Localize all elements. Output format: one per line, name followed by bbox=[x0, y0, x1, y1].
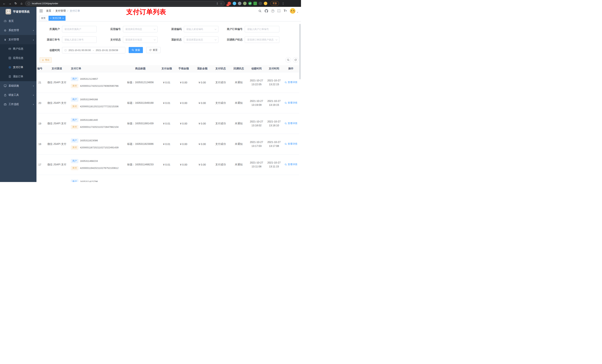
extension-icon[interactable]: 10 bbox=[227, 2, 231, 5]
site-info-icon[interactable]: i bbox=[28, 2, 30, 5]
export-button[interactable]: 导出 bbox=[40, 57, 52, 63]
view-detail-link[interactable]: 查看详情 bbox=[285, 101, 297, 104]
chevron-down-icon[interactable]: ▾ bbox=[297, 11, 298, 13]
created-date: 2021-10-27 bbox=[248, 99, 265, 103]
home-icon[interactable]: ⌂ bbox=[20, 2, 23, 5]
pay-tag: 支付 bbox=[71, 166, 78, 170]
search-button[interactable]: 搜索 bbox=[129, 47, 143, 53]
pay-amount: ¥ 0.01 bbox=[159, 93, 174, 113]
extension-icon[interactable] bbox=[233, 2, 236, 5]
refund-amount: ¥ 0.00 bbox=[193, 113, 211, 134]
bookmark-star-icon[interactable]: ☆ bbox=[220, 2, 222, 5]
address-bar[interactable]: i localhost:1024/pay/order ↥ ☆ bbox=[25, 1, 225, 6]
fullscreen-icon[interactable] bbox=[278, 10, 280, 12]
merchant-order-no: 1635311468233 bbox=[80, 160, 98, 162]
breadcrumb-home[interactable]: 首页 bbox=[46, 9, 51, 13]
channel-pay-no: 4200001174202110278060590766 bbox=[80, 84, 118, 87]
sidebar-item-app-info[interactable]: 应用信息 bbox=[0, 53, 36, 63]
extension-icon[interactable] bbox=[253, 2, 257, 5]
github-icon[interactable] bbox=[265, 9, 268, 13]
create-time-range-picker[interactable]: 2021-10-01 00:00:00 - 2021-10-31 23:59:5… bbox=[62, 47, 125, 53]
pay-status-select[interactable] bbox=[123, 36, 158, 43]
sidebar-item-dev-tools[interactable]: 研发工具 ▾ bbox=[0, 90, 36, 100]
grid-icon bbox=[9, 57, 11, 59]
breadcrumb-separator: / bbox=[67, 10, 68, 12]
pay-amount bbox=[159, 175, 174, 182]
font-size-icon[interactable]: TT bbox=[284, 10, 287, 12]
date-start: 2021-10-01 00:00:00 bbox=[68, 49, 91, 52]
sidebar-item-system[interactable]: ⚙ 系统管理 ▾ bbox=[0, 26, 36, 35]
target-icon bbox=[9, 66, 11, 69]
merchant-select[interactable] bbox=[62, 26, 97, 32]
reset-button[interactable]: 重置 bbox=[146, 47, 161, 53]
merchant-order-no-input[interactable] bbox=[245, 26, 279, 32]
share-icon[interactable]: ↥ bbox=[216, 2, 218, 5]
paid-time: 13:17:08 bbox=[265, 144, 283, 148]
filter-label-notify-status: 回调商户状态 bbox=[222, 38, 245, 42]
back-icon[interactable]: ← bbox=[2, 2, 6, 5]
page-scrollbar[interactable] bbox=[299, 24, 301, 79]
url-text: localhost:1024/pay/order bbox=[32, 2, 215, 5]
sidebar-item-label: 研发工具 bbox=[9, 94, 19, 97]
extension-icon[interactable] bbox=[248, 2, 252, 5]
view-detail-link[interactable]: 查看详情 bbox=[285, 81, 297, 84]
refresh-icon[interactable] bbox=[293, 57, 298, 63]
paid-date: 2021-10-27 bbox=[265, 140, 283, 144]
refund-status-select[interactable] bbox=[184, 36, 218, 43]
sidebar-item-pay[interactable]: ¥ 支付管理 ▴ bbox=[0, 35, 36, 44]
search-form: 所属商户 应用编号 渠道编码 bbox=[36, 21, 301, 53]
search-icon[interactable] bbox=[258, 10, 262, 13]
app-no-select[interactable] bbox=[123, 26, 158, 32]
filter-label-refund-status: 退款状态 bbox=[161, 38, 184, 42]
tab-home[interactable]: 首页 bbox=[39, 16, 47, 21]
extension-icon[interactable] bbox=[258, 2, 262, 5]
sidebar-item-home[interactable]: 首页 bbox=[0, 16, 36, 26]
update-button[interactable]: 更新 bbox=[270, 1, 279, 6]
pay-status: 支付成功 bbox=[211, 113, 230, 134]
sidebar-item-pay-order[interactable]: 支付订单 bbox=[0, 63, 36, 72]
breadcrumb-pay[interactable]: 支付管理 bbox=[55, 9, 66, 13]
merchant-order-no: 1635311415796 bbox=[80, 180, 98, 182]
extension-icon[interactable] bbox=[243, 2, 247, 5]
tab-pay-order[interactable]: ● 支付订单 × bbox=[49, 16, 65, 21]
pay-amount: ¥ 0.01 bbox=[159, 134, 174, 154]
order-id: 19 bbox=[36, 113, 45, 134]
sidebar-item-workflow[interactable]: 工作流程 ▾ bbox=[0, 100, 36, 109]
avatar[interactable] bbox=[290, 8, 295, 14]
filter-label-merchant: 所属商户 bbox=[39, 28, 62, 31]
notify-status-select[interactable] bbox=[245, 36, 279, 43]
browser-menu-icon[interactable]: ⋮ bbox=[282, 2, 285, 5]
product-title: 标题：1635311823086 bbox=[122, 134, 159, 154]
sidebar-item-infra[interactable]: 基础设施 ▾ bbox=[0, 81, 36, 90]
created-time: 13:19:09 bbox=[248, 103, 265, 107]
view-detail-link[interactable]: 查看详情 bbox=[285, 122, 297, 125]
date-separator: - bbox=[93, 49, 94, 52]
sidebar-item-refund-order[interactable]: 退款订单 bbox=[0, 72, 36, 81]
close-icon[interactable]: × bbox=[62, 17, 64, 20]
col-fee: 手续金额 bbox=[174, 65, 193, 72]
hamburger-icon[interactable] bbox=[39, 10, 43, 12]
gear-icon: ⚙ bbox=[4, 29, 7, 32]
refund-amount bbox=[193, 175, 211, 182]
extension-icon[interactable] bbox=[264, 2, 267, 5]
channel-pay-no: 4200001167202110271022491439 bbox=[80, 146, 118, 149]
toggle-search-icon[interactable] bbox=[285, 57, 291, 63]
channel-code-select[interactable] bbox=[184, 26, 218, 32]
pay-status: 支付成功 bbox=[211, 72, 230, 93]
view-detail-link[interactable]: 查看详情 bbox=[285, 163, 297, 166]
notify-status bbox=[230, 175, 248, 182]
channel-order-no-input[interactable] bbox=[62, 36, 97, 43]
merchant-order-no: 1635311881440 bbox=[80, 119, 98, 121]
sidebar-item-merchant-info[interactable]: 商户信息 bbox=[0, 44, 36, 53]
product-title: 标题：1635311949168 bbox=[122, 93, 159, 113]
top-navbar: 首页 / 支付管理 / 支付订单 支付订单列表 ? TT bbox=[36, 7, 301, 15]
merchant-order-no: 1635312124657 bbox=[80, 77, 98, 80]
forward-icon[interactable]: → bbox=[8, 2, 12, 5]
reload-icon[interactable]: ↻ bbox=[14, 2, 18, 5]
extension-icon[interactable] bbox=[238, 2, 241, 5]
view-detail-link[interactable]: 查看详情 bbox=[285, 142, 297, 146]
fee-amount: ¥ 0.00 bbox=[174, 154, 193, 175]
chevron-up-icon: ▴ bbox=[33, 39, 34, 41]
help-icon[interactable]: ? bbox=[271, 10, 274, 13]
pay-channel: 微信 JSAPI 支付 bbox=[45, 154, 68, 175]
